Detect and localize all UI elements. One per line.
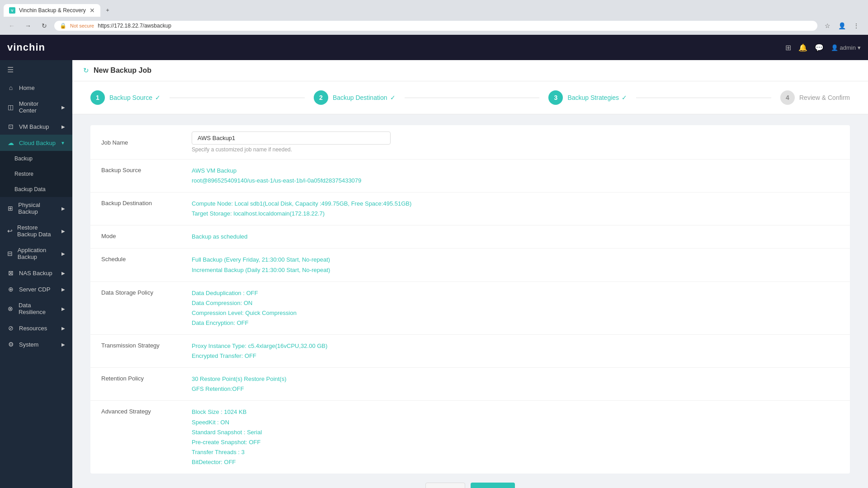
security-icon: 🔒 [60, 23, 66, 29]
user-menu[interactable]: 👤 admin ▾ [831, 44, 861, 51]
wizard-step-3[interactable]: 3 Backup Strategies ✓ [548, 90, 627, 105]
app-icon: ⊟ [7, 250, 13, 257]
storage-policy-row: Data Storage Policy Data Deduplication :… [90, 282, 850, 335]
monitor-icon: ◫ [7, 103, 14, 111]
monitor-arrow: ▶ [61, 105, 65, 110]
step-check-3: ✓ [622, 94, 627, 101]
sidebar-item-cloudbackup[interactable]: ☁ Cloud Backup ▼ [0, 135, 72, 151]
profile-button[interactable]: 👤 [835, 19, 848, 32]
mode-value: Backup as scheduled [192, 232, 839, 242]
user-label: admin [840, 44, 856, 51]
sidebar-label-cdp: Server CDP [19, 286, 50, 293]
main-content: ↻ New Backup Job 1 Backup Source ✓ 2 [72, 60, 868, 488]
step-label-4: Review & Confirm [799, 94, 850, 101]
advanced-strategy-label: Advanced Strategy [101, 407, 192, 415]
nas-arrow: ▶ [61, 271, 65, 276]
sidebar-item-restore[interactable]: Restore [0, 166, 72, 182]
job-name-hint: Specify a customized job name if needed. [192, 146, 391, 153]
sidebar-label-cloud: Cloud Backup [19, 140, 56, 146]
sidebar-item-resources[interactable]: ⊘ Resources ▶ [0, 320, 72, 336]
system-arrow: ▶ [61, 342, 65, 347]
backup-destination-value: Compute Node: Local sdb1(Local Disk, Cap… [192, 199, 839, 219]
submit-button[interactable]: Submit ⊕ [471, 483, 514, 488]
sidebar-item-vmbackup[interactable]: ⊡ VM Backup ▶ [0, 118, 72, 135]
user-dropdown-icon: ▾ [858, 44, 861, 51]
wizard-step-1[interactable]: 1 Backup Source ✓ [90, 90, 160, 105]
review-table: Job Name Specify a customized job name i… [90, 125, 850, 474]
sidebar: ☰ ⌂ Home ◫ Monitor Center ▶ ⊡ VM Backup … [0, 60, 72, 488]
retention-value: 30 Restore Point(s) Restore Point(s) GFS… [192, 374, 839, 394]
logo: vinchin [7, 42, 45, 53]
sidebar-item-nasbackup[interactable]: ⊠ NAS Backup ▶ [0, 265, 72, 281]
step-circle-1: 1 [90, 90, 105, 105]
url-text: https://172.18.22.7/awsbackup [98, 23, 171, 29]
advanced-strategy-row: Advanced Strategy Block Size : 1024 KB S… [90, 401, 850, 474]
sidebar-item-servercdp[interactable]: ⊕ Server CDP ▶ [0, 281, 72, 297]
backup-destination-row: Backup Destination Compute Node: Local s… [90, 192, 850, 225]
step-connector-2 [405, 98, 540, 98]
menu-button[interactable]: ⋮ [850, 19, 863, 32]
back-button[interactable]: ↩ Back [425, 483, 465, 488]
step-check-1: ✓ [155, 94, 160, 101]
bell-icon[interactable]: 🔔 [798, 43, 807, 52]
step-circle-4: 4 [780, 90, 795, 105]
sidebar-label-system: System [19, 341, 38, 348]
new-tab-button[interactable]: ＋ [100, 4, 115, 17]
backup-source-label: Backup Source [101, 166, 192, 174]
tab-title: Vinchin Backup & Recovery [19, 7, 86, 14]
sidebar-item-monitor[interactable]: ◫ Monitor Center ▶ [0, 96, 72, 118]
sidebar-item-restorebackup[interactable]: ↩ Restore Backup Data ▶ [0, 220, 72, 242]
app-container: ☰ ⌂ Home ◫ Monitor Center ▶ ⊡ VM Backup … [0, 60, 868, 488]
reload-button[interactable]: ↻ [38, 19, 51, 32]
chat-icon[interactable]: 💬 [815, 43, 824, 52]
mode-label: Mode [101, 232, 192, 239]
sidebar-item-backup[interactable]: Backup [0, 151, 72, 166]
sidebar-label-home: Home [19, 84, 35, 91]
sidebar-item-physicalbackup[interactable]: ⊞ Physical Backup ▶ [0, 197, 72, 220]
step-label-3: Backup Strategies ✓ [567, 94, 627, 101]
backup-label: Backup [14, 155, 33, 162]
transmission-label: Transmission Strategy [101, 341, 192, 349]
sidebar-label-app: Application Backup [18, 247, 57, 260]
wizard-step-4[interactable]: 4 Review & Confirm [780, 90, 850, 105]
browser-tabs: V Vinchin Backup & Recovery ✕ ＋ [0, 0, 868, 17]
transmission-row: Transmission Strategy Proxy Instance Typ… [90, 335, 850, 368]
step-connector-1 [170, 98, 305, 98]
vm-icon: ⊡ [7, 123, 14, 130]
cloud-icon: ☁ [7, 139, 14, 146]
grid-icon[interactable]: ⊞ [785, 43, 791, 52]
logo-vin: vin [7, 42, 23, 53]
page-header: ↻ New Backup Job [72, 60, 868, 81]
sidebar-item-backupdata[interactable]: Backup Data [0, 182, 72, 197]
wizard-steps: 1 Backup Source ✓ 2 Backup Destination ✓ [72, 81, 868, 114]
home-icon: ⌂ [7, 84, 14, 91]
system-icon: ⚙ [7, 341, 14, 348]
job-name-row: Job Name Specify a customized job name i… [90, 125, 850, 160]
backup-source-value: AWS VM Backuproot@896525409140/us-east-1… [192, 166, 839, 186]
retention-row: Retention Policy 30 Restore Point(s) Res… [90, 368, 850, 401]
job-name-input[interactable] [192, 131, 391, 145]
restore-label: Restore [14, 171, 33, 177]
sidebar-label-monitor: Monitor Center [19, 100, 57, 114]
nas-icon: ⊠ [7, 269, 14, 277]
page-refresh-icon[interactable]: ↻ [83, 66, 89, 75]
sidebar-item-system[interactable]: ⚙ System ▶ [0, 336, 72, 352]
address-bar[interactable]: 🔒 Not secure https://172.18.22.7/awsback… [54, 21, 817, 31]
restore-backup-icon: ↩ [7, 227, 13, 235]
bookmark-button[interactable]: ☆ [821, 19, 834, 32]
active-tab[interactable]: V Vinchin Backup & Recovery ✕ [4, 4, 100, 17]
restore-backup-arrow: ▶ [61, 229, 65, 234]
sidebar-item-appbackup[interactable]: ⊟ Application Backup ▶ [0, 242, 72, 265]
forward-button[interactable]: → [22, 19, 34, 32]
resilience-icon: ⊗ [7, 305, 14, 312]
step-connector-3 [636, 98, 771, 98]
user-icon: 👤 [831, 44, 838, 51]
wizard-step-2[interactable]: 2 Backup Destination ✓ [314, 90, 396, 105]
back-button[interactable]: ← [5, 19, 18, 32]
tab-close-button[interactable]: ✕ [90, 7, 95, 14]
sidebar-item-home[interactable]: ⌂ Home [0, 80, 72, 96]
sidebar-toggle[interactable]: ☰ [0, 60, 72, 80]
sidebar-item-dataresilience[interactable]: ⊗ Data Resilience ▶ [0, 297, 72, 320]
app-arrow: ▶ [61, 251, 65, 256]
backup-destination-label: Backup Destination [101, 199, 192, 206]
